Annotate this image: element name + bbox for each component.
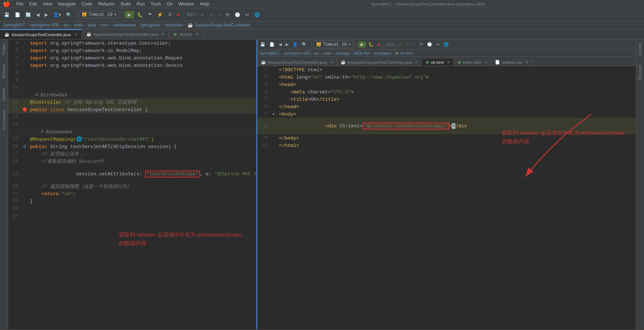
stop-button[interactable]: ■ — [175, 11, 181, 18]
right-git-fetch[interactable]: ⟳ — [418, 41, 424, 48]
sidebar-item-structure[interactable]: Structure — [1, 62, 7, 81]
sidebar-item-project[interactable]: Project — [1, 41, 7, 56]
sync-button[interactable]: 🔄 — [24, 11, 33, 18]
menu-file[interactable]: File — [13, 0, 26, 8]
back-button[interactable]: ◀ — [34, 11, 41, 18]
git-fetch-button[interactable]: ⟳ — [224, 11, 231, 18]
right-forward-button[interactable]: ▶ — [284, 41, 290, 48]
right-sidebar-structure[interactable]: Structure — [637, 63, 643, 82]
annotation-area: 获取到 session 会话域当中名为 testSessionScope 的数据… — [8, 220, 256, 257]
menu-tools[interactable]: Tools — [148, 0, 164, 8]
right-breadcrumb-main[interactable]: main — [323, 51, 332, 55]
debug-button[interactable]: 🐛 — [135, 11, 145, 18]
menu-run[interactable]: Run — [134, 0, 148, 8]
menu-code[interactable]: Code — [79, 0, 95, 8]
right-breadcrumb-src[interactable]: src — [314, 51, 320, 55]
right-breadcrumb-templates[interactable]: templates — [374, 51, 392, 55]
right-breadcrumb-springmvc005[interactable]: springmvc-005 — [284, 51, 310, 55]
git-translate-button[interactable]: 🌐 — [252, 11, 262, 18]
git-revert-button[interactable]: ↩ — [244, 11, 251, 18]
right-code-container[interactable]: 1 <!DOCTYPE html> 2 <html lang="en" xmln… — [257, 66, 636, 330]
right-sidebar-commit[interactable]: Commit — [637, 41, 643, 58]
breadcrumb-java[interactable]: java — [88, 23, 96, 28]
menu-navigate[interactable]: Navigate — [55, 0, 79, 8]
save-button[interactable]: 💾 — [2, 11, 11, 18]
tab-appscope-controller[interactable]: ☕ ApplicationScopeTestController.java ✕ — [82, 29, 169, 39]
forward-button[interactable]: ▶ — [43, 11, 50, 18]
menu-build[interactable]: Build — [118, 0, 134, 8]
fold-icon[interactable]: ▶ — [273, 112, 275, 116]
breadcrumb-springmvc005[interactable]: springmvc-005 — [30, 23, 59, 28]
tab-session-controller[interactable]: ☕ SessionScopeTestController.java ✕ — [0, 29, 82, 39]
right-tab-session[interactable]: ☕ SessionScopeTestController.java ✕ — [257, 59, 337, 66]
right-close-4[interactable]: ✕ — [484, 60, 487, 64]
update-button[interactable]: ↺ — [166, 11, 173, 18]
right-git-check[interactable]: ✓ — [397, 41, 403, 48]
right-close-1[interactable]: ✕ — [330, 60, 333, 64]
left-code-container[interactable]: 4 import org.springframework.stereotype.… — [8, 39, 256, 330]
breadcrumb-rainbowsea[interactable]: rainbowsea — [113, 23, 136, 28]
save-all-button[interactable]: 📄 — [13, 11, 22, 18]
breadcrumb-springmvc-pkg[interactable]: springmvc — [140, 23, 161, 28]
git-push-button[interactable]: ↑ — [217, 11, 223, 18]
run-button[interactable]: ▶ — [125, 11, 134, 18]
right-back-button[interactable]: ◀ — [277, 41, 283, 48]
menu-view[interactable]: View — [40, 0, 55, 8]
tab-label-2: ApplicationScopeTestController.java — [93, 32, 158, 37]
right-search-button[interactable]: 🔍 — [300, 41, 309, 48]
breadcrumb-class[interactable]: SessionScopeTestController — [194, 23, 250, 28]
tab-ok-html[interactable]: ◉ ok.html ✕ — [169, 29, 203, 39]
search-everywhere-button[interactable]: 🔍 — [64, 11, 73, 18]
menu-refactor[interactable]: Refactor — [95, 0, 118, 8]
right-close-3[interactable]: ✕ — [447, 60, 450, 64]
right-tab-okhtml[interactable]: ◉ ok.html ✕ — [422, 59, 454, 66]
right-breadcrumb-springmvc[interactable]: SpringMVC — [259, 51, 280, 55]
right-stop-button[interactable]: ■ — [376, 42, 382, 48]
breadcrumb-main[interactable]: main — [74, 23, 83, 28]
profile-run-button[interactable]: ⚡ — [155, 11, 165, 18]
right-run-button[interactable]: ▶ — [358, 41, 366, 48]
breadcrumb-src[interactable]: src — [63, 23, 69, 28]
right-save-button[interactable]: 💾 — [259, 41, 267, 48]
breadcrumb-com[interactable]: com — [100, 23, 109, 28]
right-md-icon: 📄 — [495, 60, 500, 65]
right-git-translate[interactable]: 🌐 — [442, 41, 450, 48]
menu-window[interactable]: Window — [175, 0, 197, 8]
menu-edit[interactable]: Edit — [26, 0, 40, 8]
close-icon[interactable]: ✕ — [74, 32, 77, 37]
right-save-all-button[interactable]: 📄 — [268, 41, 276, 48]
coverage-button[interactable]: ☂ — [146, 11, 154, 18]
menu-git[interactable]: Git — [164, 0, 175, 8]
git-check2-button[interactable]: ✓ — [208, 11, 215, 18]
right-breadcrumb-webinf[interactable]: WEB-INF — [353, 51, 370, 55]
tomcat-config-dropdown[interactable]: 🐱 Tomcat 10 ▾ — [79, 11, 119, 18]
close-icon-3[interactable]: ✕ — [196, 32, 199, 36]
main-layout: Project Structure Commit Pull Requests 4… — [0, 39, 644, 330]
right-tab-appscope[interactable]: ☕ ApplicationScopeTestController.java ✕ — [337, 59, 422, 66]
right-breadcrumb-webapp[interactable]: webapp — [335, 51, 350, 55]
right-git-check2[interactable]: ✓ — [404, 41, 411, 48]
right-breadcrumb-okhtml[interactable]: ok.html — [400, 51, 413, 55]
right-git-revert[interactable]: ↩ — [435, 41, 441, 48]
right-tab-indexhtml[interactable]: ◉ index.html ✕ — [454, 59, 491, 66]
right-close-2[interactable]: ✕ — [415, 60, 418, 64]
breadcrumb-springmvc[interactable]: SpringMVC — [3, 23, 25, 28]
sidebar-item-commit[interactable]: Commit — [1, 86, 7, 103]
menu-help[interactable]: Help — [197, 0, 212, 8]
sidebar-item-pull-requests[interactable]: Pull Requests — [1, 108, 7, 133]
right-tomcat-dropdown[interactable]: 🐱 Tomcat 10 ▾ — [313, 41, 354, 48]
right-tab-readme[interactable]: 📄 readme.md ✕ — [491, 59, 532, 66]
right-git-push[interactable]: ↑ — [412, 42, 417, 48]
right-html-icon-2: ◉ — [458, 60, 461, 65]
right-profile-button[interactable]: 👤 — [291, 41, 299, 48]
close-icon-2[interactable]: ✕ — [161, 32, 164, 36]
right-close-5[interactable]: ✕ — [525, 60, 528, 64]
code-line: 4 import org.springframework.stereotype.… — [8, 39, 256, 47]
breadcrumb-controller[interactable]: controller — [165, 23, 183, 28]
code-line: 11 @Controller // 交给 Spring IOC 容器管理 — [8, 99, 256, 106]
right-debug-button[interactable]: 🐛 — [367, 41, 375, 48]
git-check-button[interactable]: ✓ — [199, 11, 206, 18]
git-history-button[interactable]: 🕐 — [233, 11, 242, 18]
profile-button[interactable]: 👤▾ — [51, 11, 63, 18]
right-git-history[interactable]: 🕐 — [426, 41, 434, 48]
